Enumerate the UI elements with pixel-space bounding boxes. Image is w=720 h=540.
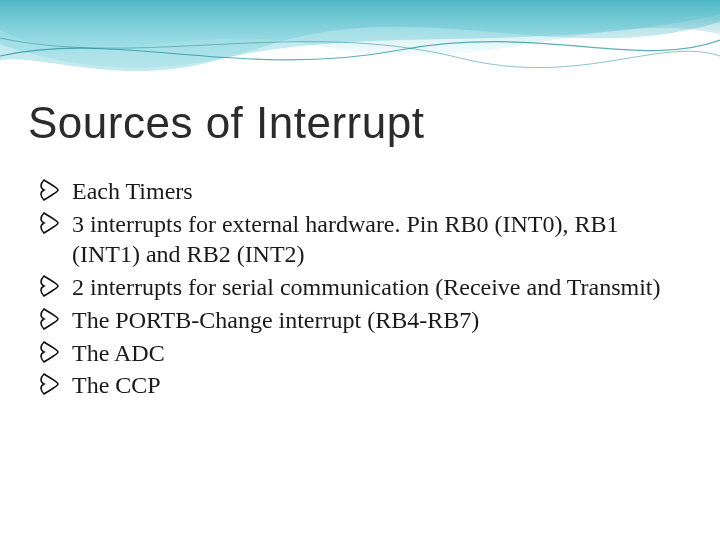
bullet-text: The PORTB-Change interrupt (RB4-RB7) [72, 307, 479, 333]
bullet-text: Each Timers [72, 178, 193, 204]
bullet-icon [38, 274, 62, 298]
bullet-text: The CCP [72, 372, 161, 398]
bullet-icon [38, 211, 62, 235]
list-item: Each Timers [38, 176, 680, 207]
bullet-icon [38, 178, 62, 202]
bullet-text: 3 interrupts for external hardware. Pin … [72, 211, 619, 268]
bullet-icon [38, 340, 62, 364]
bullet-icon [38, 372, 62, 396]
list-item: 2 interrupts for serial communication (R… [38, 272, 680, 303]
wave-decoration [0, 0, 720, 110]
list-item: The CCP [38, 370, 680, 401]
list-item: 3 interrupts for external hardware. Pin … [38, 209, 680, 270]
list-item: The PORTB-Change interrupt (RB4-RB7) [38, 305, 680, 336]
slide: Sources of Interrupt Each Timers 3 inter… [0, 0, 720, 540]
bullet-text: The ADC [72, 340, 165, 366]
slide-body: Each Timers 3 interrupts for external ha… [38, 176, 680, 403]
bullet-text: 2 interrupts for serial communication (R… [72, 274, 661, 300]
bullet-icon [38, 307, 62, 331]
slide-title: Sources of Interrupt [28, 98, 424, 148]
list-item: The ADC [38, 338, 680, 369]
